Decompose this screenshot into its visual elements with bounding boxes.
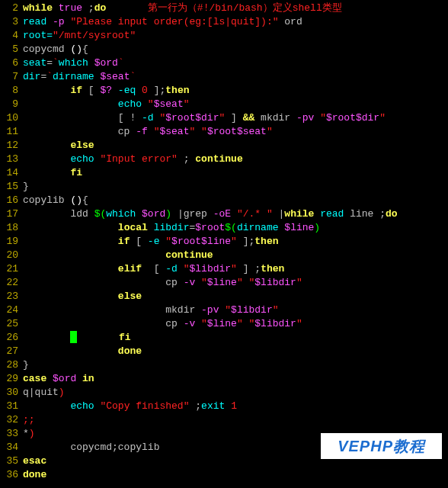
token: esac: [23, 455, 46, 467]
code-line[interactable]: ldd $(which $ord) |grep -oE "/.* " |whil…: [23, 207, 398, 221]
token: copylib: [23, 194, 70, 206]
line-number: 31: [2, 400, 18, 413]
code-line[interactable]: }: [23, 180, 398, 194]
code-line[interactable]: case $ord in: [23, 372, 398, 386]
token: dirname: [237, 222, 284, 233]
line-number: 20: [2, 249, 18, 262]
line-number: 6: [2, 56, 18, 70]
token: " ": [237, 318, 254, 329]
token: if: [118, 236, 130, 247]
code-line[interactable]: continue: [23, 249, 398, 262]
token: $?: [100, 85, 112, 96]
line-number: 32: [2, 413, 18, 427]
token: then: [165, 85, 189, 96]
token: `: [53, 57, 59, 69]
token: $root$dir: [326, 112, 379, 124]
code-line[interactable]: [ ! -d "$root$dir" ] && mkdir -pv "$root…: [23, 111, 398, 125]
line-number: 27: [2, 345, 18, 358]
code-line[interactable]: fi: [23, 166, 398, 180]
token: `: [118, 57, 124, 69]
line-number: 11: [2, 125, 18, 139]
token: q|quit: [23, 387, 59, 398]
code-line[interactable]: if [ -e "$root$line" ];then: [23, 235, 398, 249]
token: ;;: [23, 414, 35, 425]
line-number: 5: [2, 43, 18, 56]
code-line[interactable]: }: [23, 358, 398, 372]
token: ": [165, 236, 171, 247]
token: |: [273, 208, 285, 220]
code-line[interactable]: cp -f "$seat" "$root$seat": [23, 125, 398, 139]
line-number: 2: [2, 2, 18, 15]
code-line[interactable]: echo "Copy finished" ;exit 1: [23, 400, 398, 413]
token: -p: [46, 16, 70, 27]
token: ": [320, 112, 326, 124]
code-line[interactable]: q|quit): [23, 386, 398, 400]
token: =: [46, 57, 53, 69]
token: echo: [70, 153, 94, 165]
token: copycmd: [23, 43, 70, 55]
code-line[interactable]: else: [23, 139, 398, 152]
line-number: 4: [2, 29, 18, 43]
line-number: 16: [2, 194, 18, 207]
code-line[interactable]: echo "$seat": [23, 98, 398, 111]
code-area[interactable]: while true ;do 第一行为（#!/bin/bash）定义shell类…: [23, 0, 398, 483]
token: while: [23, 2, 59, 14]
token: which: [59, 57, 88, 69]
token: ];: [148, 85, 165, 96]
token: seat: [23, 57, 46, 69]
line-number: 18: [2, 221, 18, 235]
token: [23, 85, 70, 96]
code-line[interactable]: cp -v "$line" "$libdir": [23, 317, 398, 331]
token: read: [23, 16, 46, 27]
code-line[interactable]: ;;: [23, 413, 398, 427]
token: which: [106, 208, 142, 220]
token: dir: [23, 71, 40, 82]
token: case: [23, 373, 46, 384]
code-line[interactable]: done: [23, 468, 398, 482]
token: ": [267, 126, 273, 137]
token: $line: [284, 222, 314, 233]
token: $libdir: [190, 263, 232, 274]
token: $seat: [159, 126, 189, 137]
token: [23, 345, 118, 357]
code-line[interactable]: echo "Input error" ; continue: [23, 152, 398, 166]
line-number: 3: [2, 15, 18, 29]
token: $seat: [100, 71, 130, 82]
token: $(: [94, 208, 107, 220]
code-line[interactable]: copycmd (){: [23, 43, 398, 56]
code-line[interactable]: local libdir=$root$(dirname $line): [23, 221, 398, 235]
token: [: [82, 85, 100, 96]
token: $(: [225, 222, 237, 233]
code-line[interactable]: copylib (){: [23, 194, 398, 207]
code-line[interactable]: else: [23, 290, 398, 303]
code-line[interactable]: fi: [23, 331, 398, 345]
token: [76, 373, 82, 384]
code-line[interactable]: elif [ -d "$libdir" ] ;then: [23, 262, 398, 276]
token: [88, 57, 94, 69]
line-number: 7: [2, 70, 18, 84]
token: ];: [237, 236, 254, 247]
code-line[interactable]: if [ $? -eq 0 ];then: [23, 84, 398, 98]
code-line[interactable]: seat=`which $ord`: [23, 56, 398, 70]
token: continue: [195, 153, 242, 165]
token: ;: [178, 153, 195, 165]
code-line[interactable]: mkdir -pv "$libdir": [23, 303, 398, 317]
line-number: 9: [2, 98, 18, 111]
line-number: 24: [2, 303, 18, 317]
token: $root$dir: [165, 112, 219, 124]
code-line[interactable]: while true ;do 第一行为（#!/bin/bash）定义shell类…: [23, 2, 398, 15]
token: ): [29, 428, 35, 439]
token: then: [261, 263, 284, 274]
token: ": [273, 304, 279, 316]
code-line[interactable]: dir=`dirname $seat`: [23, 70, 398, 84]
token: ): [165, 208, 171, 220]
code-line[interactable]: done: [23, 345, 398, 358]
token: root=: [23, 30, 53, 41]
code-editor[interactable]: 2345678910111213141516171819202122232425…: [0, 0, 448, 483]
code-line[interactable]: read -p "Please input order(eg:[ls|quit]…: [23, 15, 398, 29]
code-line[interactable]: cp -v "$line" "$libdir": [23, 276, 398, 290]
token: -pv: [296, 112, 320, 124]
code-line[interactable]: root="/mnt/sysroot": [23, 29, 398, 43]
token: "Please input order(eg:[ls|quit]):": [70, 16, 278, 27]
token: {: [82, 43, 88, 55]
